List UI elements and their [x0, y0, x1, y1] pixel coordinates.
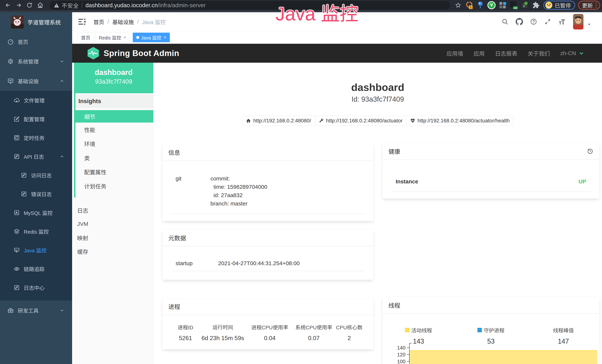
sba-menu-configprops[interactable]: 配置属性	[75, 165, 153, 179]
fullscreen-icon[interactable]	[544, 18, 551, 25]
logo-avatar	[11, 16, 24, 29]
menu-item-infra[interactable]: 基础设施	[0, 71, 72, 91]
service-url-button[interactable]: http://192.168.0.2:48080/	[242, 116, 315, 126]
menu-item-job[interactable]: 定时任务	[0, 128, 72, 147]
legend-label-daemon: 守护进程	[484, 326, 505, 334]
breadcrumb-infra[interactable]: 基础设施	[112, 18, 134, 26]
edit-icon	[14, 116, 20, 122]
instance-name: dashboard	[74, 68, 153, 77]
browser-address-bar[interactable]: 不安全 dashboard.yudao.iocoder.cn/infra/adm…	[50, 1, 450, 10]
history-icon[interactable]	[587, 148, 593, 154]
browser-home-button[interactable]	[35, 0, 46, 11]
actuator-url-button[interactable]: http://192.168.0.2:48080/actuator	[315, 116, 407, 126]
admin-sidebar: 芋道管理系统 首页 系统管理 基础设施 文件管理	[0, 12, 72, 364]
sba-menu-metrics[interactable]: 性能	[75, 123, 153, 137]
screen: 不安全 dashboard.yudao.iocoder.cn/infra/adm…	[0, 0, 602, 364]
sba-menu-classes[interactable]: 类	[75, 151, 153, 165]
sba-brand[interactable]: Spring Boot Admin	[87, 44, 179, 63]
sba-menu-logfile[interactable]: 日志	[74, 203, 153, 217]
column-header-uptime: 运行时间	[200, 321, 246, 334]
close-icon[interactable]: ×	[123, 35, 126, 40]
profile-status-label: 已暂停	[555, 1, 571, 9]
sba-nav-menu: 应用墙 应用 日志报表 关于我们 zh-CN	[446, 44, 584, 63]
browser-profile-button[interactable]: 已暂停	[543, 1, 575, 10]
profile-avatar-emoji	[545, 1, 552, 9]
extension-grid-icon[interactable]	[498, 1, 507, 10]
sidebar-logo[interactable]: 芋道管理系统	[0, 12, 72, 32]
wrench-icon	[319, 118, 324, 123]
monitor-icon	[14, 247, 20, 253]
page-url[interactable]: dashboard.yudao.iocoder.cn/infra/admin-s…	[86, 2, 206, 9]
health-status: UP	[435, 167, 591, 191]
cpu-cores: 2	[334, 334, 365, 346]
tab-redis-monitor[interactable]: Redis 监控×	[95, 33, 129, 42]
menu-item-devtools[interactable]: 研发工具	[0, 300, 72, 320]
close-icon[interactable]: ×	[164, 35, 166, 40]
github-icon[interactable]	[516, 18, 523, 25]
menu-item-api-log[interactable]: API 日志	[0, 147, 72, 166]
sba-locale-select[interactable]: zh-CN	[560, 50, 584, 56]
sba-menu-caches[interactable]: 缓存	[74, 245, 153, 258]
url-domain: dashboard.yudao.iocoder.cn	[86, 2, 158, 9]
browser-forward-button[interactable]	[13, 0, 24, 11]
table-row: git commit: time: 1596289704000 id: 27aa…	[171, 168, 365, 214]
browser-update-menu-button[interactable]: 更新	[578, 1, 600, 10]
sba-menu-mappings[interactable]: 映射	[74, 231, 153, 245]
column-header-cpu-cores: CPU核心数	[334, 321, 365, 334]
chevron-down-icon	[60, 59, 64, 64]
menu-item-error-log[interactable]: 错误日志	[0, 184, 72, 203]
font-size-icon[interactable]	[558, 18, 566, 25]
browser-reload-button[interactable]	[24, 0, 35, 11]
infra-submenu: 文件管理 配置管理 定时任务 API 日志 访问日志	[0, 91, 72, 300]
health-url-button[interactable]: http://192.168.0.2:48080/actuator/health	[406, 116, 514, 126]
caret-down-icon[interactable]	[587, 22, 591, 27]
sidebar-collapse-button[interactable]	[78, 17, 86, 26]
sba-nav-about[interactable]: 关于我们	[528, 49, 550, 57]
gear-icon	[7, 58, 14, 64]
menu-item-file[interactable]: 文件管理	[0, 91, 72, 110]
sba-menu-scheduledtasks[interactable]: 计划任务	[75, 179, 153, 193]
sba-instance-header[interactable]: dashboard 93a3fc7f7409	[74, 63, 153, 93]
kebab-menu-icon	[595, 3, 598, 8]
browser-back-button[interactable]	[3, 0, 13, 11]
extension-pin-icon[interactable]	[475, 1, 485, 10]
sba-nav-applications[interactable]: 应用	[473, 49, 485, 57]
menu-item-log-center[interactable]: 日志中心	[0, 278, 72, 297]
menu-item-java-monitor[interactable]: Java 监控	[0, 241, 72, 259]
menu-item-redis[interactable]: Redis 监控	[0, 222, 72, 241]
sba-menu-details[interactable]: 细节	[75, 110, 153, 123]
heartbeat-icon	[410, 118, 415, 123]
breadcrumb-home[interactable]: 首页	[93, 18, 104, 26]
menu-item-system[interactable]: 系统管理	[0, 52, 72, 71]
tab-home[interactable]: 首页	[77, 33, 94, 42]
extension-v-icon[interactable]	[487, 1, 496, 10]
bookmark-star-icon[interactable]	[453, 1, 463, 10]
tab-java-monitor[interactable]: Java 监控×	[133, 33, 170, 42]
not-secure-label[interactable]: 不安全	[62, 1, 79, 10]
link-label: http://192.168.0.2:48080/actuator/health	[418, 118, 510, 124]
sba-content: dashboard Id: 93a3fc7f7409 http://192.16…	[153, 63, 602, 364]
extension-sync-icon[interactable]: 1	[464, 1, 474, 10]
threads-legend: 活动线程 143 守护进程 53 线程峰值 147	[382, 326, 600, 345]
extensions-puzzle-icon[interactable]	[531, 1, 541, 10]
menu-item-mysql[interactable]: MySQL 监控	[0, 203, 72, 222]
log-icon	[21, 191, 27, 197]
search-icon[interactable]	[502, 18, 509, 25]
user-avatar[interactable]	[573, 14, 583, 30]
help-icon[interactable]	[530, 18, 537, 25]
card-threads-title: 线程	[388, 301, 400, 309]
menu-item-access-log[interactable]: 访问日志	[0, 166, 72, 184]
extension-plant-icon[interactable]	[520, 1, 530, 10]
tab-label: Redis 监控	[99, 34, 121, 41]
sba-nav-journal[interactable]: 日志报表	[495, 49, 517, 57]
extension-tabs-on-icon[interactable]: on	[509, 1, 519, 10]
menu-item-config[interactable]: 配置管理	[0, 110, 72, 128]
tab-label: Java 监控	[141, 34, 161, 41]
menu-item-home[interactable]: 首页	[0, 32, 72, 52]
menu-item-trace[interactable]: 链路追踪	[0, 259, 72, 278]
sba-menu-jvm[interactable]: JVM	[74, 217, 153, 231]
sba-nav-wallboard[interactable]: 应用墙	[446, 49, 463, 57]
sba-menu-environment[interactable]: 环境	[75, 137, 153, 151]
sba-navbar: Spring Boot Admin 应用墙 应用 日志报表 关于我们 zh-CN	[72, 44, 602, 63]
legend-live-swatch	[405, 328, 409, 332]
